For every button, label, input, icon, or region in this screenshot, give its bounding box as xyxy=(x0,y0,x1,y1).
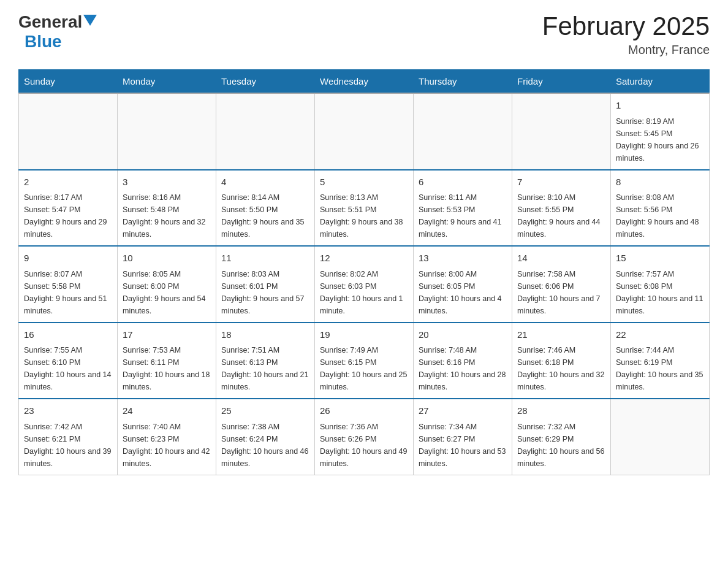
table-row: 8Sunrise: 8:08 AMSunset: 5:56 PMDaylight… xyxy=(611,170,710,247)
day-info: Sunrise: 8:08 AMSunset: 5:56 PMDaylight:… xyxy=(616,191,704,240)
table-row xyxy=(512,93,611,170)
table-row xyxy=(118,93,216,170)
table-row xyxy=(216,93,315,170)
table-row: 19Sunrise: 7:49 AMSunset: 6:15 PMDayligh… xyxy=(315,323,414,399)
day-number: 7 xyxy=(517,175,605,190)
day-info: Sunrise: 8:00 AMSunset: 6:05 PMDaylight:… xyxy=(419,268,507,317)
table-row: 14Sunrise: 7:58 AMSunset: 6:06 PMDayligh… xyxy=(512,246,611,323)
table-row: 23Sunrise: 7:42 AMSunset: 6:21 PMDayligh… xyxy=(19,399,118,475)
day-info: Sunrise: 7:51 AMSunset: 6:13 PMDaylight:… xyxy=(221,344,309,393)
table-row: 1Sunrise: 8:19 AMSunset: 5:45 PMDaylight… xyxy=(611,93,710,170)
table-row: 12Sunrise: 8:02 AMSunset: 6:03 PMDayligh… xyxy=(315,246,414,323)
day-number: 20 xyxy=(419,328,507,342)
day-info: Sunrise: 7:48 AMSunset: 6:16 PMDaylight:… xyxy=(419,344,507,393)
day-number: 9 xyxy=(24,251,112,266)
day-number: 5 xyxy=(320,175,408,190)
day-number: 11 xyxy=(221,251,309,266)
day-number: 10 xyxy=(123,251,211,266)
table-row: 7Sunrise: 8:10 AMSunset: 5:55 PMDaylight… xyxy=(512,170,611,247)
day-info: Sunrise: 8:05 AMSunset: 6:00 PMDaylight:… xyxy=(123,268,211,317)
day-info: Sunrise: 7:32 AMSunset: 6:29 PMDaylight:… xyxy=(517,421,605,470)
logo-arrow-icon xyxy=(83,15,97,28)
location-text: Montry, France xyxy=(542,43,710,57)
day-number: 19 xyxy=(320,328,408,342)
day-number: 14 xyxy=(517,251,605,266)
day-number: 3 xyxy=(123,175,211,190)
table-row: 4Sunrise: 8:14 AMSunset: 5:50 PMDaylight… xyxy=(216,170,315,247)
day-info: Sunrise: 8:02 AMSunset: 6:03 PMDaylight:… xyxy=(320,268,408,317)
table-row xyxy=(315,93,414,170)
day-info: Sunrise: 7:49 AMSunset: 6:15 PMDaylight:… xyxy=(320,344,408,393)
day-number: 25 xyxy=(221,404,309,418)
day-info: Sunrise: 7:55 AMSunset: 6:10 PMDaylight:… xyxy=(24,344,112,393)
day-number: 12 xyxy=(320,251,408,266)
table-row: 17Sunrise: 7:53 AMSunset: 6:11 PMDayligh… xyxy=(118,323,216,399)
calendar-week-row: 2Sunrise: 8:17 AMSunset: 5:47 PMDaylight… xyxy=(19,170,710,247)
table-row: 11Sunrise: 8:03 AMSunset: 6:01 PMDayligh… xyxy=(216,246,315,323)
day-number: 26 xyxy=(320,404,408,418)
day-info: Sunrise: 8:10 AMSunset: 5:55 PMDaylight:… xyxy=(517,191,605,240)
day-number: 24 xyxy=(123,404,211,418)
calendar-table: Sunday Monday Tuesday Wednesday Thursday… xyxy=(18,69,710,475)
table-row: 22Sunrise: 7:44 AMSunset: 6:19 PMDayligh… xyxy=(611,323,710,399)
svg-marker-0 xyxy=(83,15,97,26)
table-row xyxy=(19,93,118,170)
table-row: 25Sunrise: 7:38 AMSunset: 6:24 PMDayligh… xyxy=(216,399,315,475)
col-sunday: Sunday xyxy=(19,70,118,94)
table-row: 18Sunrise: 7:51 AMSunset: 6:13 PMDayligh… xyxy=(216,323,315,399)
col-friday: Friday xyxy=(512,70,611,94)
day-number: 8 xyxy=(616,175,704,190)
table-row: 3Sunrise: 8:16 AMSunset: 5:48 PMDaylight… xyxy=(118,170,216,247)
day-info: Sunrise: 8:17 AMSunset: 5:47 PMDaylight:… xyxy=(24,191,112,240)
day-number: 1 xyxy=(616,99,704,113)
calendar-header-row: Sunday Monday Tuesday Wednesday Thursday… xyxy=(19,70,710,94)
table-row: 15Sunrise: 7:57 AMSunset: 6:08 PMDayligh… xyxy=(611,246,710,323)
table-row: 27Sunrise: 7:34 AMSunset: 6:27 PMDayligh… xyxy=(414,399,512,475)
col-tuesday: Tuesday xyxy=(216,70,315,94)
day-number: 4 xyxy=(221,175,309,190)
logo-blue-text: Blue xyxy=(25,32,62,52)
table-row: 2Sunrise: 8:17 AMSunset: 5:47 PMDaylight… xyxy=(19,170,118,247)
calendar-week-row: 9Sunrise: 8:07 AMSunset: 5:58 PMDaylight… xyxy=(19,246,710,323)
day-info: Sunrise: 7:42 AMSunset: 6:21 PMDaylight:… xyxy=(24,421,112,470)
col-wednesday: Wednesday xyxy=(315,70,414,94)
day-number: 17 xyxy=(123,328,211,342)
day-number: 22 xyxy=(616,328,704,342)
table-row: 5Sunrise: 8:13 AMSunset: 5:51 PMDaylight… xyxy=(315,170,414,247)
day-info: Sunrise: 7:36 AMSunset: 6:26 PMDaylight:… xyxy=(320,421,408,470)
day-info: Sunrise: 8:11 AMSunset: 5:53 PMDaylight:… xyxy=(419,191,507,240)
day-number: 6 xyxy=(419,175,507,190)
table-row: 26Sunrise: 7:36 AMSunset: 6:26 PMDayligh… xyxy=(315,399,414,475)
day-number: 21 xyxy=(517,328,605,342)
day-info: Sunrise: 7:58 AMSunset: 6:06 PMDaylight:… xyxy=(517,268,605,317)
logo-general-text: General xyxy=(18,12,82,32)
day-number: 23 xyxy=(24,404,112,418)
day-number: 13 xyxy=(419,251,507,266)
day-info: Sunrise: 8:19 AMSunset: 5:45 PMDaylight:… xyxy=(616,115,704,164)
day-info: Sunrise: 8:16 AMSunset: 5:48 PMDaylight:… xyxy=(123,191,211,240)
day-info: Sunrise: 8:13 AMSunset: 5:51 PMDaylight:… xyxy=(320,191,408,240)
day-number: 18 xyxy=(221,328,309,342)
col-saturday: Saturday xyxy=(611,70,710,94)
day-number: 27 xyxy=(419,404,507,418)
table-row: 6Sunrise: 8:11 AMSunset: 5:53 PMDaylight… xyxy=(414,170,512,247)
page-header: General Blue February 2025 Montry, Franc… xyxy=(18,12,710,57)
calendar-week-row: 16Sunrise: 7:55 AMSunset: 6:10 PMDayligh… xyxy=(19,323,710,399)
table-row xyxy=(611,399,710,475)
day-info: Sunrise: 7:40 AMSunset: 6:23 PMDaylight:… xyxy=(123,421,211,470)
day-info: Sunrise: 7:38 AMSunset: 6:24 PMDaylight:… xyxy=(221,421,309,470)
day-info: Sunrise: 8:03 AMSunset: 6:01 PMDaylight:… xyxy=(221,268,309,317)
table-row: 21Sunrise: 7:46 AMSunset: 6:18 PMDayligh… xyxy=(512,323,611,399)
table-row: 9Sunrise: 8:07 AMSunset: 5:58 PMDaylight… xyxy=(19,246,118,323)
table-row: 20Sunrise: 7:48 AMSunset: 6:16 PMDayligh… xyxy=(414,323,512,399)
day-info: Sunrise: 8:07 AMSunset: 5:58 PMDaylight:… xyxy=(24,268,112,317)
table-row: 28Sunrise: 7:32 AMSunset: 6:29 PMDayligh… xyxy=(512,399,611,475)
day-number: 15 xyxy=(616,251,704,266)
month-title: February 2025 xyxy=(542,12,710,40)
day-info: Sunrise: 7:46 AMSunset: 6:18 PMDaylight:… xyxy=(517,344,605,393)
day-info: Sunrise: 7:34 AMSunset: 6:27 PMDaylight:… xyxy=(419,421,507,470)
title-section: February 2025 Montry, France xyxy=(542,12,710,57)
logo: General Blue xyxy=(18,12,97,52)
day-info: Sunrise: 7:53 AMSunset: 6:11 PMDaylight:… xyxy=(123,344,211,393)
table-row: 24Sunrise: 7:40 AMSunset: 6:23 PMDayligh… xyxy=(118,399,216,475)
